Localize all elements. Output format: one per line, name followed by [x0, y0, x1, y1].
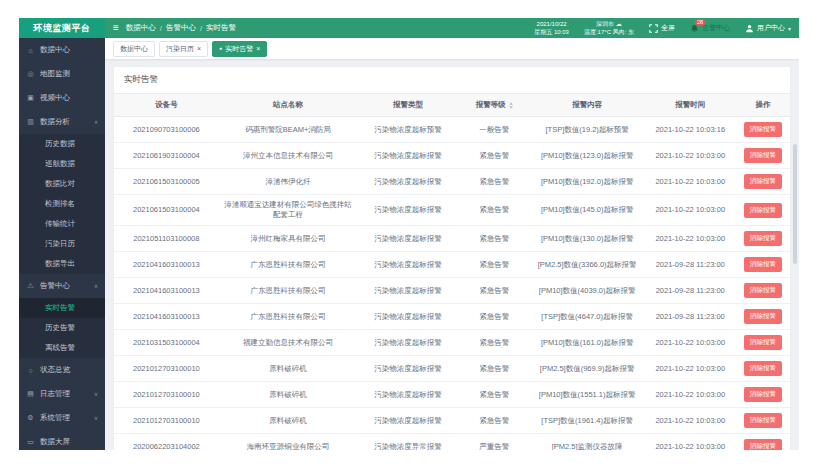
clear-alert-button[interactable]: 消除报警 — [744, 413, 782, 428]
clear-alert-button[interactable]: 消除报警 — [744, 387, 782, 402]
sort-icon[interactable] — [509, 102, 513, 109]
sidebar-subitem-data-export[interactable]: 数据导出 — [19, 254, 105, 274]
scrollbar[interactable] — [793, 144, 797, 264]
device-cell: 2021041603100013 — [114, 304, 219, 330]
chevron-up-icon: ∧ — [94, 283, 98, 289]
clear-alert-button[interactable]: 消除报警 — [744, 309, 782, 324]
device-cell: 2021041603100013 — [114, 278, 219, 304]
notification-badge: 28 — [695, 19, 705, 26]
clear-alert-button[interactable]: 消除报警 — [744, 335, 782, 350]
sidebar-subitem-pollution-calendar[interactable]: 污染日历 — [19, 234, 105, 254]
content-area: 实时告警 设备号站点名称报警类型报警等级报警内容报警时间操作 202109070… — [105, 59, 799, 450]
type-cell: 污染物浓度超标报警 — [357, 252, 458, 278]
level-cell: 一般告警 — [459, 117, 530, 143]
time-cell: 2021-10-22 10:03:16 — [645, 117, 736, 143]
content-cell: [TSP]数值(4647.0)超标报警 — [530, 304, 645, 330]
breadcrumb-item[interactable]: 数据中心 — [126, 23, 156, 33]
type-cell: 污染物浓度超标报警 — [357, 330, 458, 356]
tab-pollution-calendar[interactable]: 污染日历× — [159, 41, 208, 57]
clear-alert-button[interactable]: 消除报警 — [744, 257, 782, 272]
tab-data-center[interactable]: 数据中心 — [113, 41, 155, 57]
clear-alert-button[interactable]: 消除报警 — [744, 122, 782, 137]
station-cell: 原料破碎机 — [219, 382, 358, 408]
breadcrumb: 数据中心/告警中心/实时告警 — [126, 23, 236, 33]
device-cell: 2021012703100010 — [114, 356, 219, 382]
chart-icon: ▥ — [26, 118, 35, 126]
sidebar-item-video-center[interactable]: ▣视频中心 — [19, 86, 105, 110]
sidebar-subitem-cruise-data[interactable]: 巡航数据 — [19, 154, 105, 174]
close-icon[interactable]: × — [197, 45, 201, 52]
clear-alert-button[interactable]: 消除报警 — [744, 148, 782, 163]
sidebar-subitem-offline-alert[interactable]: 离线告警 — [19, 338, 105, 358]
tab-label: 数据中心 — [120, 44, 148, 54]
sidebar-subitem-detection-rank[interactable]: 检测排名 — [19, 194, 105, 214]
level-cell: 紧急告警 — [459, 278, 530, 304]
time-cell: 2021-10-22 10:03:00 — [645, 195, 736, 226]
tab-realtime-alert[interactable]: ●实时告警× — [212, 41, 267, 57]
level-cell: 严重告警 — [459, 434, 530, 451]
clear-alert-button[interactable]: 消除报警 — [744, 283, 782, 298]
station-cell: 广东恩胜科技有限公司 — [219, 304, 358, 330]
table-row: 2021012703100010原料破碎机污染物浓度超标报警紧急告警[PM10]… — [114, 382, 790, 408]
submenu-data-analysis: 历史数据巡航数据数据比对检测排名传输统计污染日历数据导出 — [19, 134, 105, 274]
content-cell: [TSP]数值(19.2)超标预警 — [530, 117, 645, 143]
clear-alert-button[interactable]: 消除报警 — [744, 231, 782, 246]
menu-collapse-icon[interactable]: ≡ — [113, 23, 119, 33]
gear-icon: ⚙ — [26, 414, 35, 422]
chevron-down-icon: ∨ — [94, 415, 98, 421]
sidebar-item-map-monitor[interactable]: ◎地图监测 — [19, 62, 105, 86]
sidebar-item-data-analysis[interactable]: ▥数据分析∧ — [19, 110, 105, 134]
sidebar-subitem-history-alert[interactable]: 历史告警 — [19, 318, 105, 338]
sidebar-item-label: 状态总览 — [40, 365, 70, 375]
alert-center-button[interactable]: 28 告警中心 — [690, 23, 730, 33]
fullscreen-icon — [649, 24, 658, 33]
time-cell: 2021-09-28 11:23:00 — [645, 252, 736, 278]
table-row: 2021051103100008漳州红梅家具有限公司污染物浓度超标报警紧急告警[… — [114, 226, 790, 252]
close-icon[interactable]: × — [256, 45, 260, 52]
time-cell: 2021-10-22 10:03:00 — [645, 226, 736, 252]
sort-desc-icon — [509, 106, 513, 109]
sidebar-item-label: 数据大屏 — [40, 437, 70, 447]
time-cell: 2021-10-22 10:03:00 — [645, 434, 736, 451]
time-cell: 2021-09-28 11:23:00 — [645, 304, 736, 330]
level-cell: 紧急告警 — [459, 382, 530, 408]
sidebar-subitem-data-compare[interactable]: 数据比对 — [19, 174, 105, 194]
station-cell: 漳州立本信息技术有限公司 — [219, 143, 358, 169]
clear-alert-button[interactable]: 消除报警 — [744, 174, 782, 189]
time-cell: 2021-10-22 10:03:00 — [645, 330, 736, 356]
sidebar-item-label: 告警中心 — [40, 281, 70, 291]
sidebar-item-system-management[interactable]: ⚙系统管理∨ — [19, 406, 105, 430]
sidebar-item-status-overview[interactable]: ○状态总览 — [19, 358, 105, 382]
clear-alert-button[interactable]: 消除报警 — [744, 203, 782, 218]
sidebar-subitem-realtime-alert[interactable]: 实时告警 — [19, 298, 105, 318]
sidebar-subitem-history-data[interactable]: 历史数据 — [19, 134, 105, 154]
fullscreen-button[interactable]: 全屏 — [649, 23, 675, 33]
temp-wind-text: 温度:17°C 风向: 东 — [584, 28, 634, 36]
type-cell: 污染物浓度超标报警 — [357, 169, 458, 195]
sidebar-subitem-transfer-stats[interactable]: 传输统计 — [19, 214, 105, 234]
log-icon: ▤ — [26, 390, 35, 398]
sidebar-item-data-center[interactable]: ⌂数据中心 — [19, 38, 105, 62]
tab-label: 污染日历 — [166, 44, 194, 54]
breadcrumb-item[interactable]: 实时告警 — [206, 23, 236, 33]
station-cell: 漳州红梅家具有限公司 — [219, 226, 358, 252]
panel-title: 实时告警 — [114, 67, 790, 94]
action-cell: 消除报警 — [736, 226, 790, 252]
content-cell: [PM10]数值(1551.1)超标报警 — [530, 382, 645, 408]
table-row: 2021041603100013广东恩胜科技有限公司污染物浓度超标报警紧急告警[… — [114, 278, 790, 304]
user-center-button[interactable]: 用户中心 ▾ — [745, 23, 791, 33]
breadcrumb-item[interactable]: 告警中心 — [166, 23, 196, 33]
sidebar-item-log-management[interactable]: ▤日志管理∨ — [19, 382, 105, 406]
clear-alert-button[interactable]: 消除报警 — [744, 439, 782, 450]
sidebar-item-alert-center[interactable]: ⚠告警中心∧ — [19, 274, 105, 298]
clear-alert-button[interactable]: 消除报警 — [744, 361, 782, 376]
column-header[interactable]: 报警等级 — [459, 94, 530, 117]
table-row: 2021061503100005漳浦伟伊化纤污染物浓度超标报警紧急告警[PM10… — [114, 169, 790, 195]
device-cell: 2021061503100004 — [114, 195, 219, 226]
column-header: 报警内容 — [530, 94, 645, 117]
action-cell: 消除报警 — [736, 169, 790, 195]
table-header-row: 设备号站点名称报警类型报警等级报警内容报警时间操作 — [114, 94, 790, 117]
active-dot-icon: ● — [219, 46, 222, 51]
app-window: 环境监测平台 ⌂数据中心◎地图监测▣视频中心▥数据分析∧历史数据巡航数据数据比对… — [19, 18, 799, 450]
sidebar-item-data-screen[interactable]: ▭数据大屏 — [19, 430, 105, 450]
